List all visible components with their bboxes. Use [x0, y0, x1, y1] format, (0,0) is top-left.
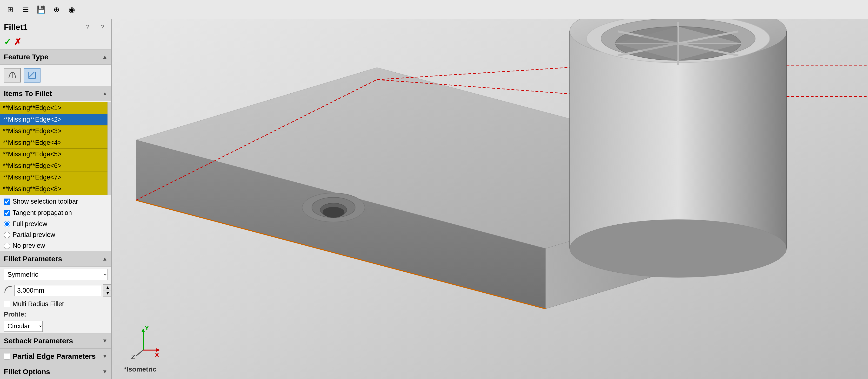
items-to-fillet-label: Items To Fillet: [4, 89, 52, 98]
toolbar-icon-1[interactable]: ⊞: [4, 3, 17, 16]
list-item[interactable]: **Missing**Edge<7>: [0, 172, 107, 183]
profile-select[interactable]: Circular Conic Curvature: [4, 321, 43, 332]
toolbar-icon-2[interactable]: ☰: [19, 3, 32, 16]
svg-rect-1: [29, 72, 35, 79]
main-layout: Fillet1 ? ? ✓ ✗ Feature Type ▲: [0, 19, 868, 379]
feature-name: Fillet1: [4, 23, 79, 32]
svg-point-13: [323, 207, 344, 217]
feature-type-icons: [0, 65, 111, 86]
fillet-options-section[interactable]: Fillet Options ▼: [0, 364, 111, 379]
help-icon-1[interactable]: ?: [83, 22, 93, 32]
tangent-propagation-label: Tangent propagation: [12, 209, 72, 216]
profile-select-row: Circular Conic Curvature: [0, 319, 111, 333]
items-list-scrollbar[interactable]: [107, 102, 111, 195]
list-item[interactable]: **Missing**Edge<3>: [0, 125, 107, 137]
items-to-fillet-section-header[interactable]: Items To Fillet ▲: [0, 86, 111, 101]
items-list-inner: **Missing**Edge<1> **Missing**Edge<2> **…: [0, 102, 107, 195]
fillet-type-select[interactable]: Symmetric Asymmetric Multi Radius: [4, 269, 107, 280]
isometric-label: *Isometric: [124, 366, 156, 373]
fillet-parameters-section-header[interactable]: Fillet Parameters ▲: [0, 251, 111, 267]
feature-type-icon-1[interactable]: [4, 68, 21, 83]
radius-input[interactable]: [14, 285, 101, 296]
multi-radius-checkbox[interactable]: [4, 301, 10, 308]
setback-parameters-label: Setback Parameters: [4, 337, 73, 345]
full-preview-label: Full preview: [12, 220, 47, 228]
partial-edge-parameters-label: Partial Edge Parameters: [12, 352, 96, 360]
list-item[interactable]: **Missing**Edge<1>: [0, 102, 107, 114]
setback-parameters-chevron: ▼: [102, 338, 107, 344]
feature-type-icon-2[interactable]: [24, 68, 40, 83]
full-preview-radio[interactable]: [4, 221, 10, 227]
radius-spinner: ▲ ▼: [103, 285, 112, 296]
top-toolbar: ⊞ ☰ 💾 ⊕ ◉: [0, 0, 868, 19]
items-list-container: **Missing**Edge<1> **Missing**Edge<2> **…: [0, 102, 111, 195]
left-panel: Fillet1 ? ? ✓ ✗ Feature Type ▲: [0, 19, 112, 379]
show-selection-toolbar-row: Show selection toolbar: [0, 196, 111, 207]
radius-down-button[interactable]: ▼: [103, 290, 112, 296]
list-item[interactable]: **Missing**Edge<4>: [0, 137, 107, 149]
fillet-options-label: Fillet Options: [4, 368, 50, 376]
profile-label: Profile:: [0, 310, 111, 319]
list-item[interactable]: **Missing**Edge<5>: [0, 149, 107, 160]
svg-line-32: [136, 350, 143, 356]
partial-edge-parameters-chevron: ▼: [102, 353, 107, 359]
z-axis-label: Z: [131, 353, 135, 360]
axis-indicator: Z Y X: [126, 326, 160, 360]
partial-preview-row: Partial preview: [0, 229, 111, 240]
partial-preview-label: Partial preview: [12, 231, 55, 239]
svg-point-16: [570, 220, 786, 278]
partial-edge-left: Partial Edge Parameters: [4, 352, 96, 360]
radius-up-button[interactable]: ▲: [103, 285, 112, 290]
cancel-button[interactable]: ✗: [14, 37, 21, 47]
partial-preview-radio[interactable]: [4, 232, 10, 238]
multi-radius-row: Multi Radius Fillet: [0, 298, 111, 310]
viewport[interactable]: Z Y X *Isometric: [112, 19, 868, 379]
no-preview-radio[interactable]: [4, 243, 10, 249]
tangent-propagation-checkbox[interactable]: [4, 210, 10, 216]
partial-edge-checkbox[interactable]: [4, 353, 10, 359]
ok-button[interactable]: ✓: [4, 37, 11, 47]
multi-radius-label: Multi Radius Fillet: [12, 300, 64, 308]
no-preview-row: No preview: [0, 240, 111, 251]
show-selection-toolbar-label: Show selection toolbar: [12, 198, 78, 205]
list-item[interactable]: **Missing**Edge<6>: [0, 160, 107, 172]
partial-edge-parameters-section[interactable]: Partial Edge Parameters ▼: [0, 349, 111, 364]
feature-type-chevron: ▲: [102, 54, 107, 60]
feature-type-section-header[interactable]: Feature Type ▲: [0, 49, 111, 65]
fillet-type-row: Symmetric Asymmetric Multi Radius: [0, 267, 111, 283]
show-selection-toolbar-checkbox[interactable]: [4, 199, 10, 205]
help-icon-2[interactable]: ?: [97, 22, 107, 32]
y-axis-label: Y: [145, 326, 149, 332]
fillet-parameters-label: Fillet Parameters: [4, 255, 62, 263]
x-axis-label: X: [155, 351, 159, 359]
full-preview-row: Full preview: [0, 218, 111, 229]
list-item[interactable]: **Missing**Edge<8>: [0, 183, 107, 195]
tangent-propagation-row: Tangent propagation: [0, 207, 111, 218]
items-to-fillet-chevron: ▲: [102, 90, 107, 97]
ok-cancel-row: ✓ ✗: [0, 35, 111, 49]
list-item[interactable]: **Missing**Edge<2>: [0, 114, 107, 125]
svg-marker-34: [142, 328, 145, 332]
toolbar-icon-5[interactable]: ◉: [66, 3, 78, 16]
fillet-options-chevron: ▼: [102, 369, 107, 375]
toolbar-icon-3[interactable]: 💾: [35, 3, 47, 16]
fillet-parameters-chevron: ▲: [102, 256, 107, 262]
radius-input-row: ▲ ▼: [0, 283, 111, 298]
feature-title-row: Fillet1 ? ?: [0, 19, 111, 35]
scene-3d: [112, 19, 868, 379]
setback-parameters-section[interactable]: Setback Parameters ▼: [0, 333, 111, 349]
no-preview-label: No preview: [12, 242, 45, 250]
feature-type-label: Feature Type: [4, 53, 49, 61]
radius-icon: [4, 285, 12, 296]
toolbar-icon-4[interactable]: ⊕: [50, 3, 63, 16]
